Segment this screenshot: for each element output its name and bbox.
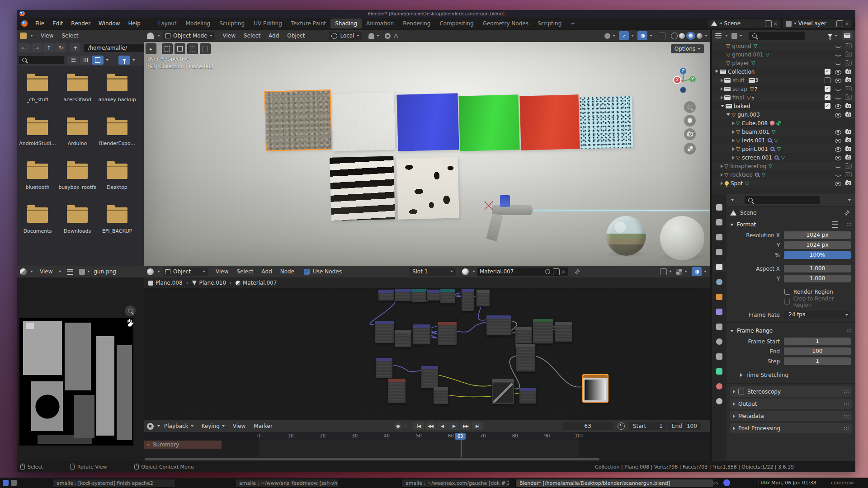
shader-type-selector[interactable]: Object — [163, 267, 208, 276]
select-box-mode-4[interactable] — [200, 43, 211, 54]
render-visibility-icon[interactable] — [845, 86, 852, 91]
properties-tab-scene[interactable] — [713, 262, 726, 272]
pin-icon[interactable] — [844, 210, 850, 216]
white-sphere[interactable] — [660, 216, 704, 260]
workspace-tab-rendering[interactable]: Rendering — [398, 19, 435, 28]
shader-node-6[interactable] — [476, 289, 490, 307]
outliner-row-scrap[interactable]: scrap▽7 — [712, 84, 855, 93]
eye-visible-icon[interactable] — [835, 112, 841, 117]
playhead-frame-badge[interactable]: 63 — [455, 433, 466, 440]
shader-node-10[interactable] — [437, 321, 457, 345]
expand-closed-icon[interactable] — [732, 139, 735, 142]
filter-icon[interactable] — [828, 34, 832, 37]
outliner-search-input[interactable] — [749, 32, 805, 40]
gun-grip[interactable] — [486, 213, 503, 241]
shader-node-5[interactable] — [461, 288, 474, 311]
format-panel-header[interactable]: Format — [726, 219, 855, 230]
gun-body[interactable] — [492, 205, 533, 215]
menu-view[interactable]: View — [37, 30, 57, 42]
properties-tab-object[interactable] — [713, 292, 726, 302]
eye-visible-icon[interactable] — [835, 129, 841, 135]
properties-search-input[interactable] — [745, 196, 820, 204]
stripes-plane[interactable] — [330, 156, 395, 221]
outliner-row-rockgeo[interactable]: ▽rockGeo▽ — [712, 170, 855, 179]
shader-type-icon[interactable] — [147, 268, 154, 275]
frame-rate-dropdown[interactable]: 24 fps — [784, 311, 851, 319]
taskbar-window-3[interactable]: Blender* [/home/amalie/Desktop/blender/s… — [515, 479, 713, 488]
exclude-checkbox[interactable] — [825, 94, 830, 100]
bw-noise-plane[interactable] — [396, 157, 459, 219]
properties-tab-tool[interactable] — [713, 202, 726, 212]
expand-closed-icon[interactable] — [721, 79, 723, 82]
section-checkbox[interactable] — [738, 389, 744, 394]
render-visibility-icon[interactable] — [845, 164, 852, 169]
render-visibility-icon[interactable] — [845, 181, 851, 185]
tray-monitor[interactable]: 1938 — [759, 480, 771, 486]
toggle-ortho-button[interactable] — [684, 143, 696, 155]
outliner-row-ground-001[interactable]: ▽ground.001▽ — [712, 50, 855, 59]
shader-node-21[interactable] — [519, 388, 537, 404]
shader-node-22[interactable] — [582, 374, 609, 403]
forward-button[interactable]: → — [31, 43, 42, 52]
expand-closed-icon[interactable] — [732, 156, 735, 160]
breadcrumb-material-007[interactable]: Material.007 — [236, 280, 277, 286]
snap-magnet-icon[interactable] — [368, 33, 374, 39]
properties-tab-output[interactable] — [713, 232, 726, 242]
menu-add[interactable]: Add — [258, 266, 276, 277]
breadcrumb-plane-010[interactable]: Plane.010 — [192, 280, 226, 286]
folder-busybox-rootfs[interactable]: busybox_rootfs — [57, 159, 97, 203]
eye-visible-icon[interactable] — [835, 137, 841, 143]
shader-node-11[interactable] — [486, 315, 511, 336]
render-visibility-icon[interactable] — [845, 172, 852, 177]
field-value-step[interactable]: 1 — [784, 357, 851, 365]
menu-edit[interactable]: Edit — [48, 18, 67, 29]
xray-toggle-icon[interactable] — [659, 33, 665, 39]
properties-tab-particles[interactable] — [713, 322, 726, 332]
eye-hidden-icon[interactable] — [835, 43, 841, 49]
current-frame-field[interactable]: 63 — [562, 422, 613, 430]
expand-open-icon[interactable] — [715, 70, 718, 73]
rock-texture-plane[interactable] — [265, 90, 331, 150]
gizmo-minus-z-axis[interactable] — [680, 87, 686, 93]
filter-toggle-button[interactable] — [118, 56, 130, 65]
render-visibility-icon[interactable] — [845, 78, 851, 82]
red-plane[interactable] — [519, 94, 580, 150]
expand-closed-icon[interactable] — [732, 122, 735, 125]
taskbar-window-2[interactable]: amalie : ~/weensax.com/gauche [dok # 201… — [401, 479, 509, 488]
render-visibility-icon[interactable] — [845, 155, 851, 160]
workspace-tab-geometry-nodes[interactable]: Geometry Nodes — [478, 19, 533, 28]
taskbar-launcher-icon[interactable] — [11, 480, 17, 486]
exclude-checkbox[interactable] — [825, 86, 830, 92]
create-directory-button[interactable]: + — [70, 43, 80, 52]
field-value-resolution-x[interactable]: 1024 px — [784, 231, 851, 239]
blender-menu-icon[interactable] — [21, 20, 28, 27]
field-value-y[interactable]: 1024 px — [784, 241, 851, 249]
field-value-aspect-x[interactable]: 1.000 — [784, 265, 851, 272]
outliner-row-point-001[interactable]: ▽point.001▽ — [712, 145, 855, 153]
shader-node-18[interactable] — [421, 366, 439, 389]
outliner-row-icospherefog[interactable]: ▽IcosphereFog▽ — [712, 162, 855, 170]
workspace-tab-scripting[interactable]: Scripting — [533, 19, 566, 28]
exclude-checkbox[interactable] — [825, 69, 830, 75]
workspace-tab-modeling[interactable]: Modeling — [181, 19, 215, 28]
eye-hidden-icon[interactable] — [835, 94, 841, 100]
exclude-checkbox[interactable] — [825, 103, 830, 109]
shading-wireframe-icon[interactable] — [671, 33, 678, 39]
folder-anakey-backup[interactable]: anakey-backup — [97, 71, 137, 115]
viewlayer-selector[interactable]: ViewLayer × — [783, 19, 852, 28]
eye-hidden-icon[interactable] — [835, 60, 841, 66]
menu-window[interactable]: Window — [94, 18, 124, 29]
outliner-row-beam-001[interactable]: ▽beam.001▽ — [712, 127, 855, 136]
display-vertical-list-button[interactable] — [67, 56, 79, 65]
workspace-tab-uv-editing[interactable]: UV Editing — [249, 19, 287, 28]
render-visibility-icon[interactable] — [845, 104, 851, 108]
outliner-row-cube-008[interactable]: ▽Cube.008 — [712, 119, 855, 127]
shading-rendered-icon[interactable] — [697, 33, 703, 39]
expand-closed-icon[interactable] — [732, 130, 735, 134]
outliner-row-leds-001[interactable]: ▽leds.001▽ — [712, 136, 855, 145]
filter-chevron-icon[interactable] — [835, 35, 837, 37]
active-tool-icon[interactable]: ▸ — [146, 43, 156, 54]
auto-keying-button[interactable] — [394, 422, 402, 430]
jump-to-end-button[interactable]: ▶| — [472, 422, 483, 430]
properties-tab-constraints[interactable] — [713, 352, 726, 361]
